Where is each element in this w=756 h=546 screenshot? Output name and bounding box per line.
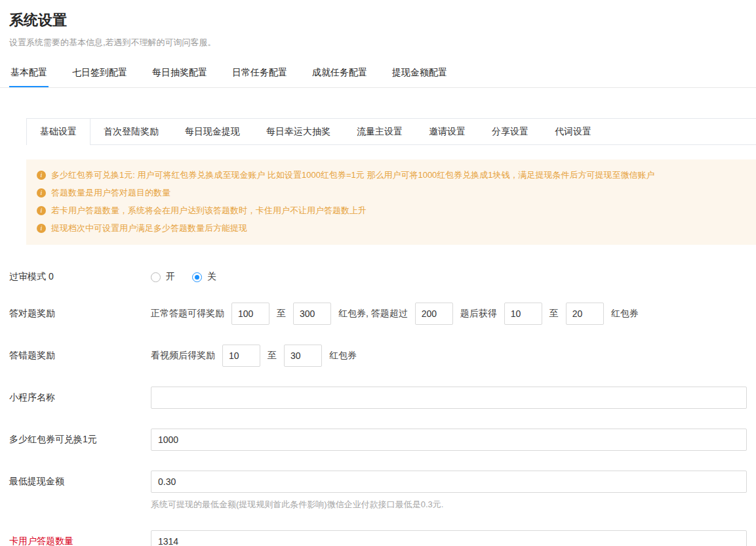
top-tab-daily-task-config[interactable]: 日常任务配置 bbox=[231, 59, 288, 87]
form-row-min-withdraw: 最低提现金额 系统可提现的最低金额(提现规则首此条件影响)微信企业付款接口最低是… bbox=[9, 471, 747, 511]
top-tab-basic-config[interactable]: 基本配置 bbox=[9, 59, 49, 87]
radio-label: 开 bbox=[166, 271, 175, 283]
inner-tab-basic-settings[interactable]: 基础设置 bbox=[26, 118, 90, 145]
inner-tab-daily-cash-withdraw[interactable]: 每日现金提现 bbox=[172, 118, 253, 144]
inner-tab-daici-settings[interactable]: 代词设置 bbox=[542, 118, 605, 144]
correct-reward-after-text: 题后获得 bbox=[460, 308, 497, 320]
to-text: 至 bbox=[277, 308, 286, 320]
inner-tab-traffic-owner-settings[interactable]: 流量主设置 bbox=[344, 118, 416, 144]
form-row-wrong-reward: 答错题奖励 看视频后得奖励 至 红包券 bbox=[9, 345, 747, 367]
basic-settings-form: 过审模式 0 开 关 答对题奖励 正常答题可得奖励 bbox=[9, 266, 747, 546]
basic-config-section: 基础设置 首次登陆奖励 每日现金提现 每日幸运大抽奖 流量主设置 邀请设置 分享… bbox=[26, 118, 756, 245]
form-row-review-mode: 过审模式 0 开 关 bbox=[9, 266, 747, 283]
wrong-reward-prefix-text: 看视频后得奖励 bbox=[151, 350, 215, 362]
top-tab-seven-day-signin-config[interactable]: 七日签到配置 bbox=[71, 59, 129, 87]
notice-text: 答题数量是用户答对题目的数量 bbox=[51, 184, 170, 201]
top-tabs: 基本配置 七日签到配置 每日抽奖配置 日常任务配置 成就任务配置 提现金额配置 bbox=[0, 59, 756, 88]
review-mode-radio-on[interactable]: 开 bbox=[151, 271, 175, 283]
correct-reward-threshold-input[interactable] bbox=[415, 303, 453, 325]
inner-tab-first-login-reward[interactable]: 首次登陆奖励 bbox=[90, 118, 172, 144]
review-mode-radio-group: 开 关 bbox=[151, 266, 747, 283]
wrong-reward-min-input[interactable] bbox=[222, 345, 260, 367]
form-row-correct-reward: 答对题奖励 正常答题可得奖励 至 红包券, 答题超过 题后获得 至 红包券 bbox=[9, 303, 747, 325]
app-name-label: 小程序名称 bbox=[9, 387, 151, 404]
notice-line: i 答题数量是用户答对题目的数量 bbox=[37, 184, 746, 201]
radio-circle-icon bbox=[192, 272, 202, 282]
page-subtitle: 设置系统需要的基本信息,若遇到不理解的可询问客服。 bbox=[9, 37, 756, 49]
top-tab-daily-lottery-config[interactable]: 每日抽奖配置 bbox=[151, 59, 209, 87]
min-withdraw-input[interactable] bbox=[151, 471, 747, 493]
review-mode-label: 过审模式 0 bbox=[9, 266, 151, 283]
min-withdraw-help-text: 系统可提现的最低金额(提现规则首此条件影响)微信企业付款接口最低是0.3元. bbox=[151, 499, 747, 511]
correct-reward-mid-text: 红包券, 答题超过 bbox=[338, 308, 408, 320]
info-icon: i bbox=[37, 188, 46, 198]
review-mode-radio-off[interactable]: 关 bbox=[192, 271, 216, 283]
top-tab-achievement-task-config[interactable]: 成就任务配置 bbox=[311, 59, 368, 87]
wrong-reward-suffix-text: 红包券 bbox=[329, 350, 357, 362]
radio-circle-icon bbox=[151, 272, 161, 282]
notice-text: 提现档次中可设置用户满足多少答题数量后方能提现 bbox=[51, 219, 247, 237]
notice-box: i 多少红包券可兑换1元: 用户可将红包券兑换成至现金账户 比如设置1000红包… bbox=[26, 159, 756, 245]
correct-reward-max1-input[interactable] bbox=[293, 303, 331, 325]
inner-tab-share-settings[interactable]: 分享设置 bbox=[479, 118, 542, 144]
correct-reward-suffix-text: 红包券 bbox=[611, 308, 639, 320]
inner-tabs: 基础设置 首次登陆奖励 每日现金提现 每日幸运大抽奖 流量主设置 邀请设置 分享… bbox=[26, 118, 756, 145]
correct-reward-min1-input[interactable] bbox=[231, 303, 269, 325]
correct-reward-min2-input[interactable] bbox=[504, 303, 542, 325]
info-icon: i bbox=[37, 171, 46, 180]
exchange-rate-label: 多少红包券可兑换1元 bbox=[9, 429, 151, 446]
to-text: 至 bbox=[268, 350, 277, 362]
form-row-exchange-rate: 多少红包券可兑换1元 bbox=[9, 429, 747, 451]
to-text: 至 bbox=[549, 308, 559, 320]
notice-text: 多少红包券可兑换1元: 用户可将红包券兑换成至现金账户 比如设置1000红包券=… bbox=[51, 166, 655, 184]
min-withdraw-label: 最低提现金额 bbox=[9, 471, 151, 488]
system-settings-page: 系统设置 设置系统需要的基本信息,若遇到不理解的可询问客服。 基本配置 七日签到… bbox=[0, 10, 756, 546]
exchange-rate-input[interactable] bbox=[151, 429, 747, 451]
top-tab-withdraw-amount-config[interactable]: 提现金额配置 bbox=[391, 59, 448, 87]
notice-line: i 多少红包券可兑换1元: 用户可将红包券兑换成至现金账户 比如设置1000红包… bbox=[37, 166, 746, 184]
form-row-app-name: 小程序名称 bbox=[9, 387, 747, 409]
notice-text: 若卡用户答题数量，系统将会在用户达到该答题数时，卡住用户不让用户答题数上升 bbox=[51, 201, 367, 219]
correct-reward-label: 答对题奖励 bbox=[9, 303, 151, 320]
wrong-reward-max-input[interactable] bbox=[284, 345, 322, 367]
notice-line: i 提现档次中可设置用户满足多少答题数量后方能提现 bbox=[37, 219, 746, 237]
app-name-input[interactable] bbox=[151, 387, 747, 409]
correct-reward-prefix-text: 正常答题可得奖励 bbox=[151, 308, 224, 320]
inner-tab-daily-lucky-draw[interactable]: 每日幸运大抽奖 bbox=[253, 118, 344, 144]
radio-label: 关 bbox=[207, 271, 216, 283]
form-row-lock-answer-count: 卡用户答题数量 填写数量，0为不卡用户答题数量 bbox=[9, 530, 747, 546]
lock-answer-count-input[interactable] bbox=[151, 530, 747, 546]
inner-tab-invite-settings[interactable]: 邀请设置 bbox=[416, 118, 479, 144]
lock-answer-count-label: 卡用户答题数量 bbox=[9, 530, 151, 546]
wrong-reward-label: 答错题奖励 bbox=[9, 345, 151, 362]
info-icon: i bbox=[37, 224, 46, 233]
correct-reward-max2-input[interactable] bbox=[566, 303, 604, 325]
page-title: 系统设置 bbox=[9, 10, 756, 30]
notice-line: i 若卡用户答题数量，系统将会在用户达到该答题数时，卡住用户不让用户答题数上升 bbox=[37, 201, 746, 219]
info-icon: i bbox=[37, 206, 46, 215]
